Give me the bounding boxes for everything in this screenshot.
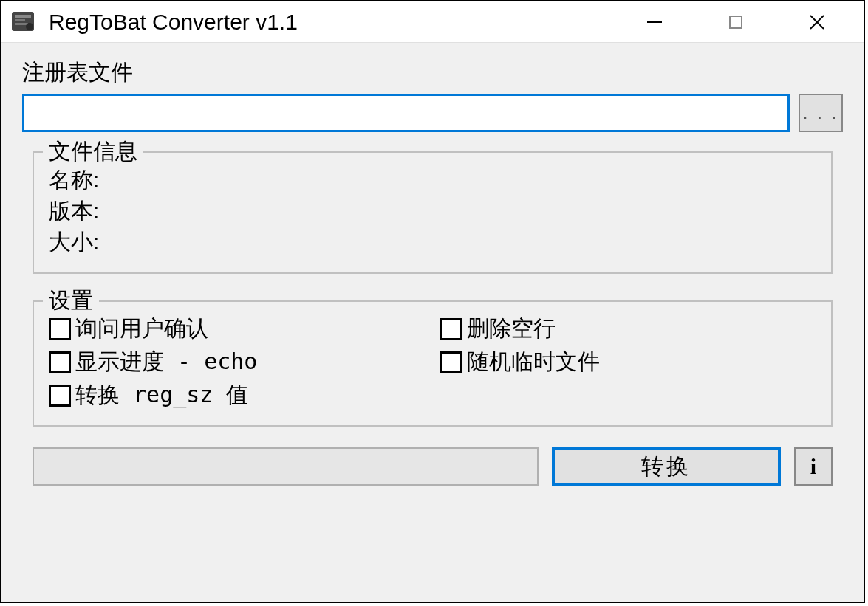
info-button[interactable]: i [794,447,833,486]
settings-group: 设置 询问用户确认 删除空行 显示进度 - echo 随机临时文件 [33,300,833,427]
checkbox-convert-regsz[interactable]: 转换 reg_sz 值 [49,380,426,410]
checkbox-random-temp[interactable]: 随机临时文件 [440,347,817,377]
settings-grid: 询问用户确认 删除空行 显示进度 - echo 随机临时文件 转换 reg_sz… [49,314,816,410]
bottom-row: 转换 i [33,447,833,486]
checkbox-icon [440,318,462,340]
progress-bar [33,447,539,486]
file-row: . . . [22,94,843,132]
checkbox-icon [49,318,71,340]
file-label: 注册表文件 [22,58,843,88]
svg-rect-2 [15,19,25,21]
client-area: 注册表文件 . . . 文件信息 名称: 版本: 大小: 设置 [1,43,864,500]
checkbox-label: 转换 reg_sz 值 [75,380,249,410]
fileinfo-size: 大小: [49,227,816,258]
checkbox-label: 删除空行 [467,314,556,344]
checkbox-icon [49,351,71,373]
svg-rect-3 [15,23,28,25]
checkbox-icon [440,351,462,373]
fileinfo-name-label: 名称: [49,168,99,192]
minimize-button[interactable] [614,1,695,43]
file-input[interactable] [22,94,790,132]
app-icon [10,9,37,35]
window-controls [614,1,858,43]
fileinfo-version-label: 版本: [49,199,99,223]
settings-group-title: 设置 [43,286,99,316]
window-title: RegToBat Converter v1.1 [49,10,614,35]
checkbox-label: 随机临时文件 [467,347,600,377]
fileinfo-group: 文件信息 名称: 版本: 大小: [33,151,833,274]
svg-rect-6 [730,16,742,28]
svg-point-4 [26,23,33,30]
fileinfo-group-title: 文件信息 [43,137,143,167]
fileinfo-version: 版本: [49,196,816,227]
titlebar: RegToBat Converter v1.1 [1,1,864,43]
browse-button[interactable]: . . . [799,94,843,132]
checkbox-show-echo[interactable]: 显示进度 - echo [49,347,426,377]
checkbox-delete-blank[interactable]: 删除空行 [440,314,817,344]
fileinfo-name: 名称: [49,165,816,196]
svg-rect-1 [15,15,31,18]
fileinfo-size-label: 大小: [49,230,99,254]
close-button[interactable] [776,1,858,43]
maximize-button[interactable] [695,1,776,43]
checkbox-icon [49,385,71,407]
convert-button[interactable]: 转换 [552,447,781,486]
checkbox-label: 询问用户确认 [75,314,208,344]
checkbox-label: 显示进度 - echo [75,347,257,377]
window: RegToBat Converter v1.1 注册表文件 . . . 文件信息… [0,0,865,603]
checkbox-ask-confirm[interactable]: 询问用户确认 [49,314,426,344]
